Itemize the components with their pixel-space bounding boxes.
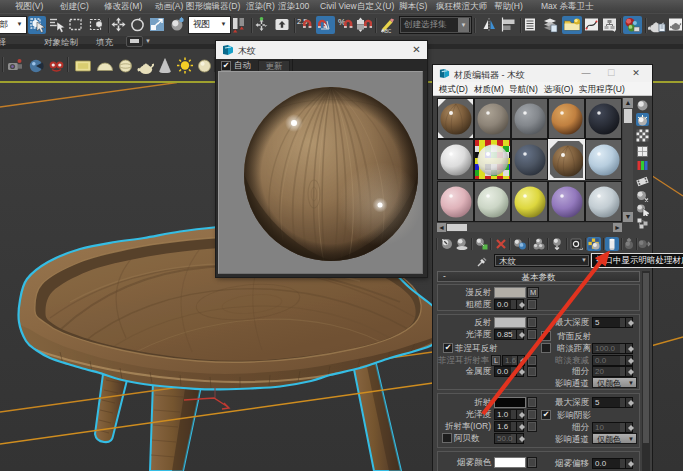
mated-menu-0[interactable]: 模式(D) [439, 84, 468, 96]
dim-distance-field[interactable]: 100.0 [592, 343, 627, 354]
spinner-snap-toggle-button[interactable] [355, 16, 372, 34]
sample-slot-1[interactable] [437, 98, 474, 139]
vscroll-thumb[interactable] [624, 109, 632, 123]
subdivs-refl-spinner[interactable] [625, 366, 633, 377]
auto-checkbox[interactable]: ✔ [221, 61, 231, 71]
dim-falloff-spinner[interactable] [625, 355, 633, 366]
menu-item-11[interactable]: 疯狂模渲大师 [436, 0, 487, 13]
scroll-left-icon[interactable]: ◄ [437, 223, 446, 232]
render-setup-button[interactable] [647, 16, 666, 34]
rect-selection-region-button[interactable] [67, 16, 85, 34]
material-editor-titlebar[interactable]: 材质编辑器 - 木纹 — ☐ ✕ [433, 65, 652, 82]
background-button[interactable] [636, 128, 649, 141]
affect-channels-refr-dropdown[interactable]: 仅颜色▼ [592, 433, 637, 444]
plane-light-icon[interactable] [73, 54, 93, 76]
material-name-combo[interactable]: 木纹 ▼ [494, 254, 590, 267]
keyboard-shortcut-override-button[interactable] [273, 16, 291, 34]
affect-channels-refl-dropdown[interactable]: 仅颜色▼ [592, 377, 637, 388]
minimize-icon[interactable]: — [580, 68, 592, 79]
menu-item-6[interactable]: 渲染(R) [246, 0, 275, 13]
material-preview-canvas[interactable] [218, 71, 423, 274]
make-material-copy-button[interactable] [513, 237, 527, 251]
menu-item-12[interactable]: 帮助(H) [494, 0, 523, 13]
menu-item-4[interactable]: 动画(A) [155, 0, 183, 13]
dim-distance-spinner[interactable] [625, 343, 633, 354]
cone-light-icon[interactable] [156, 54, 174, 76]
combo-arrow-icon[interactable]: ▼ [579, 255, 589, 266]
sample-slot-6[interactable] [437, 139, 474, 180]
fresnel-ior-lock-button[interactable]: L [491, 355, 501, 366]
rollout-header[interactable]: - 基本参数 [437, 271, 640, 282]
select-and-manipulate-button[interactable] [253, 16, 270, 34]
sample-slot-15[interactable] [585, 181, 622, 222]
max-depth-refr-spinner[interactable] [625, 397, 633, 408]
sample-uv-tiling-button[interactable] [636, 144, 649, 157]
scroll-up-icon[interactable]: ▲ [623, 98, 633, 108]
percent-snap-toggle-button[interactable]: % [336, 16, 355, 34]
scroll-right-icon[interactable]: ► [613, 223, 622, 232]
mated-menu-1[interactable]: 材质(M) [474, 84, 504, 96]
menu-item-10[interactable]: 脚本(S) [399, 0, 427, 13]
mated-menu-4[interactable]: 实用程序(U) [579, 84, 625, 96]
ribbon-dropdown-icon[interactable]: ▼ [145, 38, 151, 44]
diffuse-swatch[interactable] [494, 287, 526, 298]
window-crossing-button[interactable] [88, 16, 105, 34]
scroll-down-icon[interactable]: ▼ [623, 212, 633, 222]
material-editor-button[interactable] [623, 16, 642, 34]
select-and-move-button[interactable] [110, 16, 127, 34]
menu-item-5[interactable]: 图形编辑器(D) [186, 0, 240, 13]
render-frame-window-button[interactable] [667, 16, 683, 34]
show-end-result-button[interactable] [605, 237, 619, 251]
hscroll-thumb[interactable] [447, 224, 467, 231]
edit-named-selection-sets-button[interactable]: ABC [378, 16, 397, 34]
mirror-button[interactable] [481, 16, 499, 34]
select-and-place-button[interactable] [169, 16, 187, 34]
roughness-map-button[interactable] [527, 299, 537, 310]
video-color-check-button[interactable] [636, 158, 649, 171]
subdivs-refr-spinner[interactable] [625, 422, 633, 433]
sample-slot-7[interactable] [474, 139, 511, 180]
subdivs-refr-field[interactable]: 10 [592, 422, 627, 433]
go-to-parent-button[interactable] [622, 237, 636, 251]
select-and-scale-button[interactable] [148, 16, 166, 34]
slots-horizontal-scrollbar[interactable]: ◄ ► [437, 223, 622, 232]
fresnel-checkbox[interactable]: ✔ [443, 343, 453, 353]
reset-map-button[interactable] [494, 237, 508, 251]
roughness-field[interactable]: 0.0 [494, 299, 518, 310]
named-selection-sets-combo[interactable]: 创建选择集▼ [399, 16, 472, 34]
mated-menu-2[interactable]: 导航(N) [509, 84, 538, 96]
sample-slot-4[interactable] [548, 98, 585, 139]
material-id-channel-button[interactable] [569, 237, 583, 251]
reference-coordinate-system-combo[interactable]: 视图▼ [188, 16, 231, 34]
select-and-rotate-button[interactable] [129, 16, 146, 34]
ribbon-show-icon[interactable] [126, 36, 143, 47]
sample-slot-2[interactable] [474, 98, 511, 139]
close-icon[interactable]: ✕ [630, 68, 642, 79]
dome-light-icon[interactable] [95, 54, 115, 76]
ribbon-tab-0[interactable]: 选择 [0, 37, 6, 48]
maximize-icon[interactable]: ☐ [605, 68, 617, 79]
menu-item-9[interactable]: 自定义(U) [357, 0, 394, 13]
sample-slot-10[interactable] [585, 139, 622, 180]
menu-item-2[interactable]: 创建(C) [60, 0, 89, 13]
max-depth-refl-spinner[interactable] [625, 317, 633, 328]
go-forward-to-sibling-button[interactable] [637, 237, 651, 251]
menu-item-8[interactable]: Civil View [320, 0, 357, 13]
pick-material-icon[interactable] [477, 255, 489, 267]
max-depth-refl-field[interactable]: 5 [592, 317, 627, 328]
curve-editor-button[interactable] [583, 16, 600, 34]
sample-slot-12[interactable] [474, 181, 511, 222]
menu-item-7[interactable]: 渲染100 [278, 0, 309, 13]
subdivs-refl-field[interactable]: 20 [592, 366, 627, 377]
ribbon-toggle-button[interactable] [562, 16, 582, 34]
select-object-button[interactable] [28, 16, 46, 34]
dim-falloff-field[interactable]: 0.0 [592, 355, 627, 366]
angle-snap-toggle-button[interactable] [316, 16, 335, 34]
menu-item-13[interactable]: Max 杀毒卫士 [541, 0, 593, 13]
fog-bias-field[interactable]: 0.0 [592, 458, 627, 469]
snaps-toggle-25-button[interactable]: 2.5 [296, 16, 315, 34]
select-by-name-button[interactable] [48, 16, 65, 34]
sample-slot-14[interactable] [548, 181, 585, 222]
sample-slot-9-selected[interactable] [548, 139, 585, 180]
sample-slot-3[interactable] [511, 98, 548, 139]
